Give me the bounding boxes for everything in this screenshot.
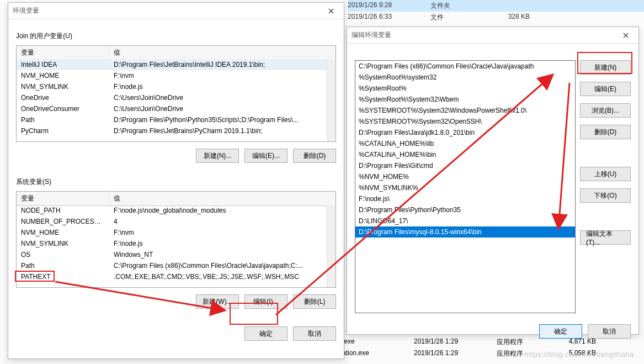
cell-var: NVM_HOME	[17, 71, 109, 81]
col-value[interactable]: 值	[109, 46, 336, 60]
list-item[interactable]: D:\Program Files\mysql-8.0.15-winx64\bin	[355, 226, 575, 238]
bg-type: 应用程序	[497, 349, 541, 358]
user-edit-button[interactable]: 编辑(E)...	[244, 149, 288, 163]
scrollbar[interactable]	[327, 59, 336, 141]
dialog-title: 编辑环境变量	[352, 30, 391, 40]
list-item[interactable]: F:\node.js\	[355, 193, 575, 204]
bg-row: 2019/1/26 6:33 文件 328 KB	[348, 12, 644, 23]
table-row[interactable]: NVM_HOMEF:\nvm	[17, 70, 327, 81]
bg-date: 2019/1/26 1:29	[414, 349, 480, 358]
bg-date: 2019/1/26 6:33	[348, 13, 414, 22]
scrollbar[interactable]	[327, 205, 336, 287]
ok-button[interactable]: 确定	[244, 326, 288, 341]
user-delete-button[interactable]: 删除(D)	[293, 149, 336, 163]
list-item[interactable]: %SystemRoot%	[355, 83, 575, 94]
dialog-title: 环境变量	[13, 6, 39, 15]
list-item[interactable]: %NVM_HOME%	[355, 171, 575, 182]
bg-name: ation.exe	[342, 349, 397, 358]
user-new-button[interactable]: 新建(N)...	[196, 149, 239, 163]
sys-new-button[interactable]: 新建(W)...	[196, 294, 239, 309]
path-movedown-button[interactable]: 下移(O)	[580, 188, 631, 203]
cell-val: F:\node.js	[109, 82, 327, 92]
cancel-button[interactable]: 取消	[588, 324, 631, 339]
cell-var: IntelliJ IDEA	[17, 60, 109, 70]
list-item[interactable]: C:\Program Files (x86)\Common Files\Orac…	[355, 61, 575, 72]
edit-path-dialog: 编辑环境变量 C:\Program Files (x86)\Common Fil…	[347, 27, 639, 335]
cell-val: D:\Program Files\JetBrains\PyCharm 2019.…	[109, 126, 327, 136]
bg-date: 2019/1/26 9:28	[348, 1, 414, 10]
cell-val: C:\Program Files (x86)\Common Files\Orac…	[109, 261, 327, 271]
list-item[interactable]: D:\Program Files\Git\cmd	[355, 160, 575, 171]
bg-type: 文件夹	[430, 1, 475, 10]
ok-button[interactable]: 确定	[539, 324, 582, 339]
cell-val: Windows_NT	[109, 250, 327, 260]
bg-row: ation.exe 2019/1/26 1:29 应用程序 5,058 KB	[342, 348, 644, 360]
path-list[interactable]: C:\Program Files (x86)\Common Files\Orac…	[355, 60, 576, 313]
list-item[interactable]: %NVM_SYMLINK%	[355, 182, 575, 193]
cell-var: OneDriveConsumer	[17, 104, 109, 114]
col-variable[interactable]: 变量	[17, 192, 109, 205]
table-row[interactable]: NODE_PATHF:\node.js\node_global\node_mod…	[17, 205, 327, 216]
cell-val: C:\Users\Join\OneDrive	[109, 93, 327, 103]
cancel-button[interactable]: 取消	[293, 326, 336, 341]
col-value[interactable]: 值	[109, 192, 336, 205]
cell-var: NUMBER_OF_PROCESSORS	[17, 217, 109, 226]
sys-vars-table[interactable]: 变量 值 NODE_PATHF:\node.js\node_global\nod…	[16, 191, 336, 288]
cell-var: OS	[17, 250, 109, 260]
table-header: 变量 值	[17, 192, 336, 206]
table-header: 变量 值	[17, 46, 336, 60]
list-item[interactable]: D:\Program Files\Python\Python35	[355, 204, 575, 215]
close-icon[interactable]	[618, 27, 634, 44]
sys-vars-label: 系统变量(S)	[8, 172, 344, 189]
user-vars-table[interactable]: 变量 值 IntelliJ IDEAD:\Program Files\JetBr…	[16, 45, 336, 142]
table-row[interactable]: OSWindows_NT	[17, 249, 327, 260]
table-row[interactable]: OneDriveConsumerC:\Users\Join\OneDrive	[17, 103, 327, 114]
cell-val: F:\node.js\node_global\node_modules	[109, 205, 327, 215]
table-row[interactable]: IntelliJ IDEAD:\Program Files\JetBrains\…	[17, 59, 327, 70]
bg-type: 文件	[430, 13, 475, 22]
list-item[interactable]: %CATALINA_HOME%\lib	[355, 138, 575, 149]
bg-size	[491, 1, 530, 10]
list-item[interactable]: %SYSTEMROOT%\System32\WindowsPowerShell\…	[355, 105, 575, 116]
env-vars-dialog: 环境变量 Join 的用户变量(U) 变量 值 IntelliJ IDEAD:\…	[8, 2, 344, 359]
table-row[interactable]: OneDriveC:\Users\Join\OneDrive	[17, 92, 327, 103]
cell-var: Path	[17, 115, 109, 125]
sys-edit-button[interactable]: 编辑(I)...	[244, 294, 288, 309]
table-row[interactable]: NUMBER_OF_PROCESSORS4	[17, 216, 327, 227]
table-row[interactable]: NVM_SYMLINKF:\node.js	[17, 238, 327, 249]
list-item[interactable]: %CATALINA_HOME%\bin	[355, 149, 575, 160]
table-row[interactable]: PathC:\Program Files (x86)\Common Files\…	[17, 260, 327, 271]
path-edit-button[interactable]: 编辑(E)	[580, 82, 631, 96]
cell-val: F:\nvm	[109, 228, 327, 238]
table-row[interactable]: NVM_SYMLINKF:\node.js	[17, 81, 327, 92]
col-variable[interactable]: 变量	[17, 46, 109, 60]
path-edittext-button[interactable]: 编辑文本(T)...	[580, 230, 631, 245]
titlebar: 环境变量	[8, 3, 344, 19]
list-item[interactable]: D:\Program Files\Java\jdk1.8.0_201\bin	[355, 127, 575, 138]
cell-val: F:\nvm	[109, 71, 327, 81]
table-row[interactable]: PyCharmD:\Program Files\JetBrains\PyChar…	[17, 125, 327, 136]
cell-var: OneDrive	[17, 93, 109, 103]
cell-val: D:\Program Files\Python\Python35\Scripts…	[109, 115, 327, 125]
bg-size: 328 KB	[491, 13, 530, 22]
list-item[interactable]: %SystemRoot%\System32\Wbem	[355, 94, 575, 105]
list-item[interactable]: %SystemRoot%\system32	[355, 72, 575, 83]
table-row[interactable]: PathD:\Program Files\Python\Python35\Scr…	[17, 114, 327, 125]
bg-size: 5,058 KB	[557, 349, 596, 358]
background-file-list: 2019/1/26 9:28 文件夹 2019/1/26 6:33 文件 328…	[348, 0, 644, 23]
list-item[interactable]: %SYSTEMROOT%\System32\OpenSSH\	[355, 116, 575, 127]
table-row[interactable]: NVM_HOMEF:\nvm	[17, 227, 327, 238]
cell-val: D:\Program Files\JetBrains\IntelliJ IDEA…	[109, 60, 327, 70]
sys-delete-button[interactable]: 删除(L)	[293, 294, 336, 309]
table-row[interactable]: PATHEXT.COM;.EXE;.BAT;.CMD;.VBS;.VBE;.JS…	[17, 271, 327, 282]
list-item[interactable]: D:\LINGO64_17\	[355, 215, 575, 226]
cell-val: F:\node.js	[109, 239, 327, 249]
path-moveup-button[interactable]: 上移(U)	[580, 167, 631, 181]
cell-var: NVM_SYMLINK	[17, 82, 109, 92]
path-new-button[interactable]: 新建(N)	[580, 60, 631, 75]
path-delete-button[interactable]: 删除(D)	[580, 125, 631, 139]
cell-val: 4	[109, 217, 327, 226]
close-icon[interactable]	[323, 3, 339, 19]
cell-var: PATHEXT	[17, 272, 109, 282]
path-browse-button[interactable]: 浏览(B)...	[580, 103, 631, 118]
